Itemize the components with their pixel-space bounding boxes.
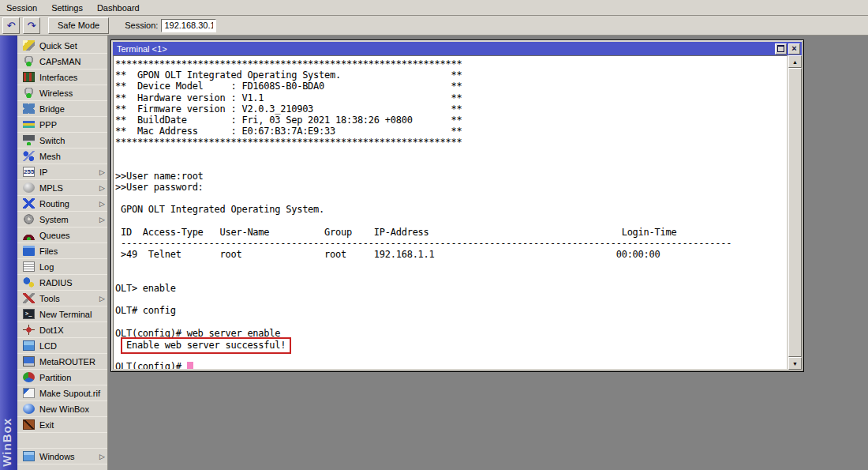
- sidebar-item-queues[interactable]: Queues: [17, 227, 107, 243]
- sidebar-item-label: CAPsMAN: [39, 57, 81, 66]
- log-icon: [23, 261, 35, 272]
- sidebar-item-mesh[interactable]: Mesh: [17, 149, 107, 164]
- menu-dashboard[interactable]: Dashboard: [97, 3, 140, 13]
- exit-door-icon: [23, 419, 35, 430]
- mesh-icon: [23, 151, 35, 161]
- sidebar-item-radius[interactable]: RADIUS: [17, 275, 107, 291]
- terminal-line: ****************************************…: [115, 137, 787, 148]
- sidebar-item-capsman[interactable]: CAPsMAN: [17, 54, 107, 70]
- sidebar-item-label: Switch: [39, 136, 65, 145]
- sidebar-item-label: Wireless: [39, 88, 73, 98]
- sidebar-item-bridge[interactable]: Bridge: [17, 101, 107, 117]
- sidebar-item-system[interactable]: System▷: [17, 212, 107, 227]
- sidebar-item-switch[interactable]: Switch: [17, 133, 107, 149]
- metarouter-icon: [23, 356, 35, 367]
- sidebar-item-lcd[interactable]: LCD: [17, 338, 107, 354]
- terminal-line: ID Access-Type User-Name Group IP-Addres…: [115, 227, 787, 238]
- winbox-brand-text: WinBox: [0, 418, 17, 467]
- sidebar-item-exit[interactable]: Exit: [17, 417, 107, 433]
- scroll-down-button[interactable]: ▼: [788, 357, 802, 370]
- sidebar-item-wireless[interactable]: Wireless: [17, 85, 107, 101]
- terminal-line: ** Hardware version : V1.1 **: [115, 92, 787, 103]
- menu-settings[interactable]: Settings: [51, 3, 83, 13]
- terminal-line: [115, 149, 787, 160]
- success-message-highlight: Enable web server successful!: [121, 337, 291, 354]
- terminal-scrollbar[interactable]: ▲ ▼: [788, 55, 802, 370]
- sidebar-item-ppp[interactable]: PPP: [17, 117, 107, 133]
- terminal-line: ** BuildDate : Fri, 03 Sep 2021 18:38:26…: [115, 115, 787, 126]
- sidebar-item-routing[interactable]: Routing▷: [17, 196, 107, 212]
- sidebar-item-label: Make Supout.rif: [39, 389, 100, 398]
- terminal-output[interactable]: ****************************************…: [113, 55, 788, 370]
- window-icon: [23, 451, 35, 461]
- terminal-cursor: [187, 362, 193, 370]
- terminal-line: Enable web server successful!: [115, 339, 787, 350]
- terminal-line: [115, 272, 787, 283]
- terminal-window-title: Terminal <1>: [117, 44, 167, 54]
- sidebar-item-log[interactable]: Log: [17, 259, 107, 275]
- terminal-line: ** GPON OLT Integrated Operating System.…: [115, 70, 787, 81]
- terminal-line: ** Mac Address : E0:67:B3:7A:E9:33 **: [115, 126, 787, 137]
- files-icon: [23, 246, 35, 256]
- terminal-line: [115, 160, 787, 171]
- close-button[interactable]: ×: [788, 43, 800, 55]
- ip-icon: [23, 167, 35, 177]
- winbox-app: Session Settings Dashboard ↶ ↷ Safe Mode…: [0, 0, 868, 470]
- sidebar-item-mpls[interactable]: MPLS▷: [17, 180, 107, 196]
- sidebar-item-dot1x[interactable]: Dot1X: [17, 322, 107, 338]
- sidebar-item-files[interactable]: Files: [17, 243, 107, 259]
- undo-button[interactable]: ↶: [2, 17, 20, 34]
- magic-wand-icon: [23, 40, 35, 51]
- sidebar-item-ip[interactable]: IP▷: [17, 164, 107, 180]
- sidebar-item-label: Log: [39, 262, 54, 272]
- sidebar-item-label: IP: [39, 167, 47, 177]
- terminal-icon: [23, 309, 35, 319]
- wireless-icon: [23, 88, 35, 98]
- sidebar-item-label: Partition: [39, 373, 71, 382]
- lcd-icon: [23, 340, 35, 351]
- sidebar-item-supout[interactable]: Make Supout.rif: [17, 385, 107, 401]
- sidebar-item-label: MPLS: [39, 183, 63, 193]
- session-label: Session:: [125, 21, 158, 30]
- sidebar-item-windows[interactable]: Windows▷: [17, 449, 107, 464]
- interfaces-icon: [23, 72, 35, 82]
- sidebar-item-quickset[interactable]: Quick Set: [17, 38, 107, 54]
- terminal-line: OLT(config)#: [115, 361, 787, 370]
- scroll-up-button[interactable]: ▲: [788, 55, 802, 68]
- sidebar-item-label: Tools: [39, 294, 60, 303]
- submenu-arrow-icon: ▷: [99, 168, 105, 176]
- terminal-line: [115, 294, 787, 305]
- menu-session[interactable]: Session: [6, 3, 37, 13]
- scrollbar-thumb[interactable]: [788, 68, 802, 357]
- safe-mode-button[interactable]: Safe Mode: [48, 17, 109, 34]
- bridge-icon: [23, 103, 35, 114]
- sidebar-item-label: New WinBox: [39, 404, 89, 414]
- radius-icon: [23, 277, 35, 288]
- terminal-line: ****************************************…: [115, 58, 787, 70]
- sidebar-item-interfaces[interactable]: Interfaces: [17, 70, 107, 85]
- sidebar-item-tools[interactable]: Tools▷: [17, 291, 107, 306]
- terminal-line: [115, 316, 787, 327]
- terminal-line: >>User name:root: [115, 171, 787, 182]
- close-icon: ×: [791, 44, 796, 53]
- submenu-arrow-icon: ▷: [99, 216, 105, 224]
- sidebar-item-metarouter[interactable]: MetaROUTER: [17, 354, 107, 370]
- terminal-line: ----------------------------------------…: [115, 238, 787, 249]
- sidebar-item-label: Bridge: [39, 104, 65, 114]
- redo-button[interactable]: ↷: [23, 17, 40, 34]
- terminal-line: [115, 216, 787, 227]
- session-input[interactable]: [161, 19, 216, 32]
- sidebar-item-winbox[interactable]: New WinBox: [17, 401, 107, 417]
- winbox-brand-strip: WinBox: [0, 36, 17, 470]
- sidebar-item-label: Routing: [39, 199, 69, 209]
- terminal-titlebar[interactable]: Terminal <1> ×: [113, 42, 802, 55]
- sidebar-item-terminal[interactable]: New Terminal: [17, 306, 107, 322]
- terminal-line: [115, 193, 787, 204]
- submenu-arrow-icon: ▷: [99, 184, 105, 192]
- sidebar-item-partition[interactable]: Partition: [17, 370, 107, 385]
- maximize-button[interactable]: [775, 43, 787, 55]
- sidebar-item-label: PPP: [39, 120, 57, 130]
- toolbar: ↶ ↷ Safe Mode Session:: [0, 16, 868, 36]
- terminal-line: >>User password:: [115, 182, 787, 193]
- terminal-line: ** Device Model : FD1608S-B0-BDA0 **: [115, 81, 787, 92]
